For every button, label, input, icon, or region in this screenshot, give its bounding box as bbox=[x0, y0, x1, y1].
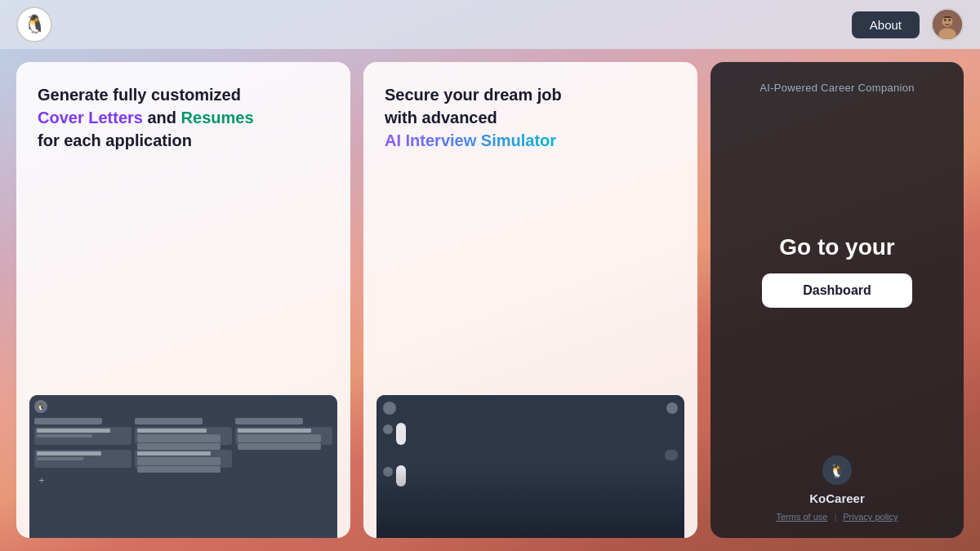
mini-col-documented bbox=[135, 418, 232, 533]
mini-item-1 bbox=[34, 427, 131, 445]
chat-mini bbox=[376, 395, 684, 538]
mini-col-new: + bbox=[34, 418, 131, 533]
footer-divider: | bbox=[834, 512, 836, 522]
chat-logo bbox=[383, 402, 396, 415]
brand-penguin-icon: 🐧 bbox=[829, 463, 845, 478]
avatar-image bbox=[933, 8, 962, 41]
navbar: 🐧 About bbox=[0, 0, 980, 49]
svg-point-3 bbox=[944, 19, 947, 21]
logo-icon: 🐧 bbox=[24, 14, 46, 35]
card-middle-preview bbox=[363, 168, 697, 538]
chat-bubble-1 bbox=[396, 423, 406, 445]
chat-screenshot bbox=[376, 395, 684, 538]
mini-dashboard: 🐧 bbox=[29, 395, 337, 538]
card-middle-line2: with advanced bbox=[385, 109, 497, 127]
card-middle-title: Secure your dream job with advanced AI I… bbox=[385, 83, 676, 152]
brand-name: KoCareer bbox=[809, 491, 865, 505]
card-left-line1: Generate fully customized bbox=[38, 86, 241, 104]
card-left-preview: 🐧 bbox=[16, 168, 350, 538]
highlight-cover-letters: Cover Letters bbox=[38, 109, 143, 127]
mini-add-btn: + bbox=[34, 473, 49, 488]
and-text: and bbox=[143, 109, 181, 127]
highlight-ai-interview: AI Interview Simulator bbox=[385, 131, 556, 149]
mini-columns: + bbox=[34, 418, 332, 533]
mini-item-4 bbox=[135, 450, 232, 468]
mini-item-3 bbox=[135, 427, 232, 445]
mini-item-5 bbox=[235, 427, 332, 445]
mini-logo: 🐧 bbox=[34, 400, 47, 413]
card-middle-line1: Secure your dream job bbox=[385, 86, 562, 104]
card-left-line2: for each application bbox=[38, 131, 192, 149]
card-middle-text: Secure your dream job with advanced AI I… bbox=[363, 62, 697, 168]
brand-logo-small: 🐧 bbox=[822, 455, 852, 485]
chat-bot-avatar-1 bbox=[383, 424, 393, 434]
avatar[interactable] bbox=[931, 8, 964, 41]
card-right-bottom: 🐧 KoCareer Terms of use | Privacy policy bbox=[760, 439, 914, 538]
mini-item-2 bbox=[34, 450, 131, 468]
mini-col-header-new bbox=[34, 418, 102, 424]
terms-link[interactable]: Terms of use bbox=[776, 512, 827, 522]
card-right-subtitle: AI-Powered Career Companion bbox=[743, 62, 930, 102]
go-to-text: Go to your bbox=[779, 234, 895, 260]
card-cover-letters: Generate fully customized Cover Letters … bbox=[16, 62, 350, 538]
logo[interactable]: 🐧 bbox=[16, 7, 52, 42]
chat-user-avatar bbox=[666, 402, 678, 414]
privacy-link[interactable]: Privacy policy bbox=[843, 512, 898, 522]
svg-point-4 bbox=[948, 19, 951, 21]
mini-col-header-doc bbox=[135, 418, 203, 424]
chat-row-2 bbox=[383, 450, 678, 460]
card-left-text: Generate fully customized Cover Letters … bbox=[16, 62, 350, 168]
card-left-title: Generate fully customized Cover Letters … bbox=[38, 83, 329, 152]
about-button[interactable]: About bbox=[852, 11, 920, 38]
signpost-overlay bbox=[376, 467, 684, 539]
nav-right: About bbox=[852, 8, 964, 41]
svg-point-2 bbox=[938, 29, 956, 42]
dashboard-button[interactable]: Dashboard bbox=[762, 273, 912, 308]
highlight-resumes: Resumes bbox=[181, 109, 254, 127]
mini-col-interview bbox=[235, 418, 332, 533]
chat-row-1 bbox=[383, 423, 678, 445]
card-career-companion: AI-Powered Career Companion Go to your D… bbox=[710, 62, 964, 538]
footer-links: Terms of use | Privacy policy bbox=[776, 512, 898, 522]
card-interview: Secure your dream job with advanced AI I… bbox=[363, 62, 697, 538]
dashboard-screenshot: 🐧 bbox=[29, 395, 337, 538]
card-right-middle: Go to your Dashboard bbox=[762, 102, 912, 439]
mini-col-header-int bbox=[235, 418, 303, 424]
chat-bubble-right-1 bbox=[665, 450, 678, 460]
cards-area: Generate fully customized Cover Letters … bbox=[0, 49, 980, 551]
